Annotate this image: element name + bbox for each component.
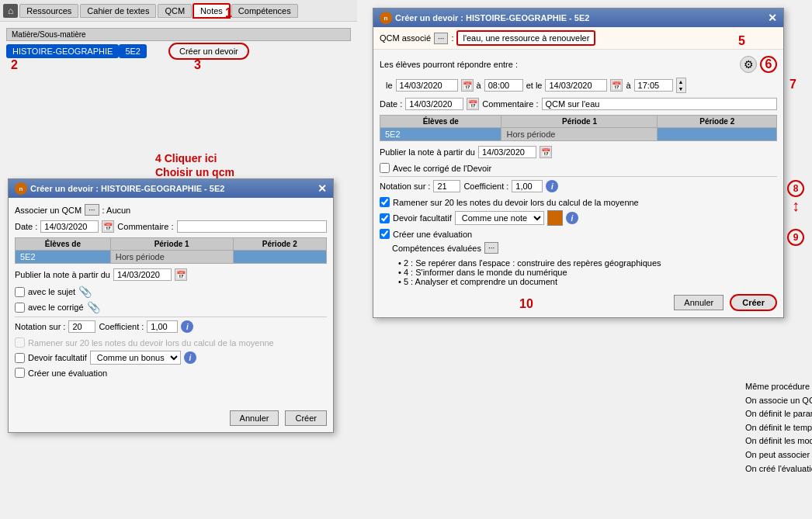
devoir-fac-checkbox-large[interactable] bbox=[380, 213, 390, 223]
divider-large bbox=[380, 176, 777, 177]
cal-date-icon[interactable]: 📅 bbox=[467, 98, 479, 110]
time-spinner[interactable]: ▲ ▼ bbox=[676, 78, 686, 93]
annotation-2: 2 bbox=[11, 58, 18, 72]
info-icon-fac[interactable]: i bbox=[184, 351, 196, 364]
modal-small-close[interactable]: ✕ bbox=[318, 182, 327, 195]
coeff-input-large[interactable] bbox=[512, 180, 543, 192]
annuler-button-small[interactable]: Annuler bbox=[230, 410, 279, 426]
date-end-input[interactable] bbox=[545, 79, 607, 92]
competences-row: Compétences évaluées ··· bbox=[392, 242, 777, 254]
date-input-large[interactable] bbox=[405, 98, 463, 110]
col-p2-large: Période 2 bbox=[658, 116, 777, 128]
annotation-5: 5 bbox=[738, 34, 745, 48]
modal-large-logo: n bbox=[380, 12, 392, 24]
competences-dots-button[interactable]: ··· bbox=[484, 242, 498, 254]
tab-notes[interactable]: Notes bbox=[193, 4, 230, 18]
publish-label-large: Publier la note à partir du bbox=[380, 147, 475, 157]
devoir-fac-row-large: Devoir facultatif Comme une note i bbox=[380, 210, 777, 226]
right-panel: n Créer un devoir : HISTOIRE-GEOGRAPHIE … bbox=[373, 8, 792, 318]
info-icon-fac-large[interactable]: i bbox=[566, 212, 578, 224]
notation-content: Notation sur : Coefficient : i Ramener s… bbox=[380, 180, 777, 229]
publish-cal-icon[interactable]: 📅 bbox=[175, 268, 187, 281]
cal-icon[interactable]: 📅 bbox=[102, 220, 114, 233]
modal-large: n Créer un devoir : HISTOIRE-GEOGRAPHIE … bbox=[373, 8, 784, 318]
with-corrige-checkbox[interactable] bbox=[380, 163, 390, 173]
subject-area: Matière/Sous-matière HISTOIRE-GEOGRAPHIE… bbox=[6, 28, 351, 60]
annuler-button-large[interactable]: Annuler bbox=[674, 295, 724, 310]
devoir-fac-dropdown[interactable]: Comme un bonus bbox=[90, 351, 181, 365]
col-p2: Période 2 bbox=[233, 238, 326, 251]
instruction-line-2: On associe un QCM à la note au devoir (4… bbox=[745, 394, 812, 408]
publish-date-input[interactable] bbox=[113, 268, 172, 281]
cal-end-icon[interactable]: 📅 bbox=[610, 79, 623, 92]
info-icon-large[interactable]: i bbox=[546, 180, 558, 192]
with-correction-label: avec le corrigé bbox=[28, 303, 84, 312]
a2-label: à bbox=[626, 81, 630, 90]
creer-button-large[interactable]: Créer bbox=[730, 294, 777, 311]
publish-row-large: Publier la note à partir du 📅 bbox=[380, 146, 777, 158]
creer-eval-checkbox-large[interactable] bbox=[380, 229, 390, 239]
creer-button-small[interactable]: Créer bbox=[285, 410, 327, 426]
date-start-input[interactable] bbox=[396, 79, 458, 92]
competences-label: Compétences évaluées bbox=[392, 244, 481, 253]
col-p1-large: Période 1 bbox=[501, 116, 658, 128]
devoir-fac-row: Devoir facultatif Comme un bonus i bbox=[15, 351, 327, 365]
instructions: Même procédure que pour créer un devoir … bbox=[745, 380, 812, 476]
devoir-fac-dropdown-large[interactable]: Comme une note bbox=[455, 211, 544, 225]
with-subject-checkbox[interactable] bbox=[15, 287, 25, 297]
tab-ressources[interactable]: Ressources bbox=[19, 4, 78, 18]
ramener-checkbox bbox=[15, 337, 25, 348]
home-button[interactable]: ⌂ bbox=[3, 4, 18, 18]
commentaire-input[interactable] bbox=[177, 220, 328, 233]
annotation-4: 4 Cliquer ici Choisir un qcm bbox=[155, 151, 234, 179]
nav-bar: ⌂ Ressources Cahier de textes QCM Notes … bbox=[0, 0, 357, 22]
create-devoir-button[interactable]: Créer un devoir bbox=[168, 43, 249, 60]
coeff-input[interactable] bbox=[147, 320, 178, 333]
color-picker[interactable] bbox=[547, 210, 563, 226]
time-start-input[interactable] bbox=[484, 79, 523, 92]
selected-subject[interactable]: HISTOIRE-GEOGRAPHIE bbox=[6, 44, 119, 58]
modal-large-title-bar: n Créer un devoir : HISTOIRE-GEOGRAPHIE … bbox=[373, 9, 783, 27]
creer-eval-checkbox[interactable] bbox=[15, 368, 25, 378]
qcm-dots-button[interactable]: ··· bbox=[434, 33, 448, 44]
with-correction-checkbox[interactable] bbox=[15, 303, 25, 313]
gear-icon[interactable]: ⚙ bbox=[740, 56, 757, 73]
notation-section: Notation sur : Coefficient : i Ramener s… bbox=[380, 180, 777, 229]
ramener-label: Ramener sur 20 les notes du devoir lors … bbox=[28, 338, 274, 348]
notation-input[interactable] bbox=[68, 320, 95, 333]
selected-class[interactable]: 5E2 bbox=[119, 44, 147, 58]
time-end-input[interactable] bbox=[634, 79, 673, 92]
ramener-checkbox-large[interactable] bbox=[380, 197, 390, 207]
modal-small-title-bar: n Créer un devoir : HISTOIRE-GEOGRAPHIE … bbox=[9, 179, 333, 198]
notation-input-large[interactable] bbox=[433, 180, 460, 192]
tab-cahier[interactable]: Cahier de textes bbox=[80, 4, 156, 18]
spin-up[interactable]: ▲ bbox=[677, 78, 685, 85]
students-table-large: Élèves de Période 1 Période 2 5E2 Hors p… bbox=[380, 115, 777, 141]
publish-cal-large[interactable]: 📅 bbox=[540, 146, 552, 158]
publish-date-large[interactable] bbox=[478, 146, 536, 158]
creer-eval-label: Créer une évaluation bbox=[28, 368, 107, 378]
notation-row: Notation sur : Coefficient : i bbox=[15, 320, 327, 333]
students-reply-section: Les élèves pourront répondre entre : ⚙ 6 bbox=[380, 56, 777, 73]
arrow-8-section: 8 ↕ bbox=[787, 180, 804, 215]
annotation-7: 7 bbox=[789, 78, 796, 92]
tab-qcm[interactable]: QCM bbox=[158, 4, 192, 18]
assoc-qcm-dots-button[interactable]: ··· bbox=[85, 204, 99, 216]
date-input[interactable] bbox=[40, 220, 99, 233]
annotation-3: 3 bbox=[194, 58, 201, 72]
instruction-line-5: On définit les modalités de l'évaluation… bbox=[745, 434, 812, 448]
students-table: Élèves de Période 1 Période 2 5E2 Hors p… bbox=[15, 237, 327, 264]
subject-header: Matière/Sous-matière bbox=[6, 28, 351, 41]
cal-start-icon[interactable]: 📅 bbox=[461, 79, 474, 92]
info-icon-notation[interactable]: i bbox=[181, 320, 193, 333]
spin-down[interactable]: ▼ bbox=[677, 85, 685, 92]
table-row-large: 5E2 Hors période bbox=[380, 128, 777, 141]
modal-large-close[interactable]: ✕ bbox=[768, 12, 777, 24]
commentaire-input-large[interactable] bbox=[542, 98, 778, 110]
annotation-8: 8 bbox=[787, 180, 804, 197]
tab-competences[interactable]: Compétences bbox=[231, 4, 298, 18]
eval-section: Créer une évaluation Compétences évaluée… bbox=[380, 229, 777, 286]
modal-logo: n bbox=[15, 182, 27, 195]
devoir-fac-checkbox[interactable] bbox=[15, 353, 25, 363]
notation-label-large: Notation sur : bbox=[380, 182, 430, 191]
